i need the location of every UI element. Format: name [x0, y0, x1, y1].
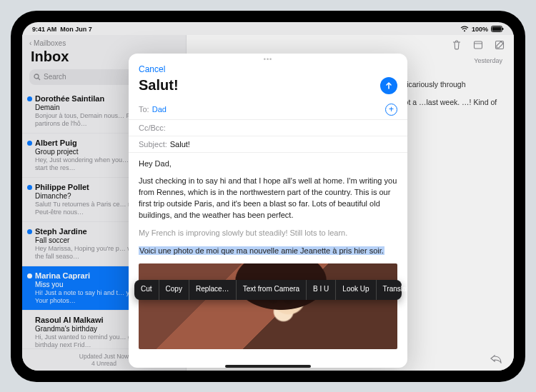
status-bar: 9:41 AM Mon Jun 7 100%: [22, 22, 514, 35]
svg-rect-5: [475, 41, 482, 49]
context-menu-item[interactable]: Translate: [377, 280, 407, 300]
context-menu-item[interactable]: Cut: [134, 280, 159, 300]
attached-photo[interactable]: [139, 263, 397, 349]
to-field[interactable]: To: Dad +: [129, 100, 407, 120]
compose-icon[interactable]: [494, 39, 505, 51]
unread-dot: [27, 229, 32, 234]
send-button[interactable]: [380, 77, 397, 94]
search-placeholder: Search: [44, 73, 66, 81]
ccbcc-field[interactable]: Cc/Bcc:: [129, 120, 407, 136]
unread-dot: [27, 273, 32, 278]
compose-body[interactable]: Hey Dad, Just checking in to say hi and …: [129, 153, 407, 368]
archive-icon[interactable]: [472, 39, 484, 51]
unread-dot: [27, 141, 32, 146]
wifi-icon: [460, 26, 469, 32]
trash-icon[interactable]: [451, 39, 462, 51]
battery-percent: 100%: [472, 26, 488, 33]
svg-point-3: [34, 74, 39, 79]
unread-dot: [27, 185, 32, 190]
status-date: Mon Jun 7: [60, 26, 92, 33]
status-time: 9:41 AM: [32, 26, 56, 33]
context-menu: CutCopyReplace…Text from CameraB I ULook…: [134, 280, 402, 300]
context-menu-item[interactable]: Look Up: [336, 280, 376, 300]
reply-icon[interactable]: [490, 353, 502, 363]
compose-title: Salut!: [139, 77, 179, 94]
svg-rect-1: [492, 27, 502, 31]
context-menu-item[interactable]: Replace…: [189, 280, 237, 300]
compose-sheet: ••• Cancel Salut! To: Dad + Cc/Bcc: Subj…: [129, 54, 407, 368]
back-mailboxes[interactable]: ‹ Mailboxes: [22, 35, 186, 47]
unread-dot: [27, 96, 32, 101]
add-recipient-icon[interactable]: +: [385, 104, 397, 116]
battery-icon: [491, 26, 504, 32]
svg-rect-2: [502, 28, 504, 30]
context-menu-item[interactable]: Copy: [159, 280, 189, 300]
cancel-button[interactable]: Cancel: [139, 64, 165, 74]
subject-field[interactable]: Subject: Salut!: [129, 136, 407, 153]
detail-timestamp: Yesterday: [474, 56, 502, 66]
search-icon: [34, 74, 41, 81]
selected-text[interactable]: Voici une photo de moi que ma nouvelle a…: [139, 246, 384, 255]
grab-handle[interactable]: •••: [129, 54, 407, 63]
svg-line-4: [38, 78, 40, 80]
home-indicator[interactable]: [225, 365, 311, 368]
context-menu-item[interactable]: B I U: [307, 280, 336, 300]
context-menu-item[interactable]: Text from Camera: [237, 280, 307, 300]
